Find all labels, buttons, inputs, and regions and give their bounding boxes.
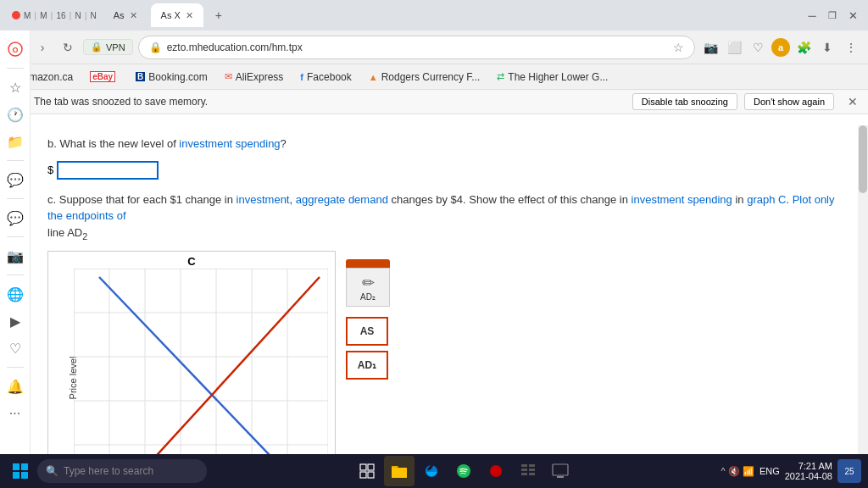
close-button[interactable]: ✕ <box>844 7 861 24</box>
taskbar-app-icons <box>210 456 718 486</box>
part-c-question: c. Suppose that for each $1 change in in… <box>47 191 841 243</box>
refresh-button[interactable]: ↻ <box>58 37 78 58</box>
svg-rect-30 <box>529 464 535 467</box>
drawing-tool-container: ✏ AD₂ <box>346 259 390 307</box>
browser-controls: ‹ › ↻ 🔒 VPN 🔒 ezto.mheducation.com/hm.tp… <box>0 30 868 64</box>
sidebar-bell-icon[interactable]: 🔔 <box>3 374 27 398</box>
bookmark-aliexpress[interactable]: ✉ AliExpress <box>218 69 291 85</box>
snooze-message: The tab was snoozed to save memory. <box>34 96 626 108</box>
scrollbar-thumb[interactable] <box>859 125 867 193</box>
sidebar-history-icon[interactable]: 🕐 <box>3 103 27 126</box>
date-display: 2021-04-08 <box>785 471 832 481</box>
dont-show-again-button[interactable]: Don't show again <box>744 93 834 110</box>
taskbar-circle-app[interactable] <box>481 456 511 486</box>
sidebar-more-icon[interactable]: ··· <box>3 402 27 425</box>
part-c-subscript: 2 <box>82 230 87 241</box>
svg-line-18 <box>142 277 320 454</box>
graph-svg[interactable] <box>74 269 328 454</box>
star-icon[interactable]: ☆ <box>673 41 684 54</box>
taskbar-file-explorer[interactable] <box>384 456 415 486</box>
download-icon[interactable]: ⬇ <box>817 37 837 58</box>
bookmark-rodgers[interactable]: ▲ Rodgers Currency F... <box>362 69 487 85</box>
graph-c[interactable]: C Price level <box>47 251 336 454</box>
sidebar-profile-icon[interactable]: O <box>3 37 27 61</box>
svg-rect-32 <box>529 469 535 471</box>
drawing-tool[interactable]: ✏ AD₂ <box>346 268 390 307</box>
address-bar[interactable]: 🔒 ezto.mheducation.com/hm.tpx ☆ <box>138 36 695 59</box>
part-c-highlight4: graph C <box>747 193 786 206</box>
tab-close-active-icon[interactable]: ✕ <box>186 10 193 21</box>
sidebar-whatsapp-icon[interactable]: 💬 <box>3 206 27 230</box>
bookmark-booking[interactable]: B Booking.com <box>129 69 214 85</box>
sidebar-discover-icon[interactable]: 🌐 <box>3 282 27 306</box>
tab-close-icon[interactable]: ✕ <box>130 10 137 21</box>
part-c-label-c: c. Suppose that for each $1 change in <box>47 193 236 206</box>
sidebar-play-icon[interactable]: ▶ <box>3 309 27 333</box>
menu-icon[interactable]: ⋮ <box>841 37 861 58</box>
sidebar-bookmark-icon[interactable]: ☆ <box>3 75 27 99</box>
investment-input[interactable] <box>57 161 159 180</box>
taskbar-grid-app[interactable] <box>513 456 543 486</box>
part-c-label4: in <box>732 193 747 206</box>
bookmark-rodgers-label: Rodgers Currency F... <box>381 71 481 83</box>
part-c-highlight2: aggregate demand <box>296 193 388 206</box>
svg-rect-34 <box>529 473 535 475</box>
screenshot-icon[interactable]: 📷 <box>700 37 721 58</box>
facebook-icon: f <box>300 72 303 82</box>
tab-bar: M | M | 16 | N | N As ✕ As X ✕ + ─ ❒ ✕ <box>0 0 868 30</box>
sidebar-heart-icon[interactable]: ♡ <box>3 336 27 360</box>
tab-active[interactable]: As X ✕ <box>151 3 203 27</box>
taskbar-search-bar[interactable]: 🔍 Type here to search <box>37 459 207 483</box>
scrollbar[interactable] <box>858 125 868 454</box>
bookmark-facebook[interactable]: f Facebook <box>293 69 358 85</box>
disable-snooze-button[interactable]: Disable tab snoozing <box>632 93 737 110</box>
drawing-tool-top <box>346 259 390 268</box>
lock-icon: 🔒 <box>149 42 162 53</box>
cast-icon[interactable]: ⬜ <box>724 37 744 58</box>
graph-container: C Price level <box>47 251 841 454</box>
svg-rect-31 <box>521 469 527 471</box>
vpn-indicator: 🔒 VPN <box>83 39 133 55</box>
system-tray: ^ 🔇 📶 ENG <box>721 466 780 477</box>
vpn-icon: 🔒 <box>91 42 103 53</box>
taskbar-monitor-app[interactable] <box>545 456 576 486</box>
part-c-highlight3: investment spending <box>632 193 732 206</box>
start-button[interactable] <box>7 458 34 485</box>
notification-button[interactable]: 25 <box>837 459 861 483</box>
minimize-button[interactable]: ─ <box>804 7 821 24</box>
main-content: b. What is the new level of investment s… <box>31 125 858 454</box>
bookmark-ebay[interactable]: eBay <box>83 69 125 84</box>
taskbar-spotify[interactable] <box>448 456 479 486</box>
sidebar-collections-icon[interactable]: 📁 <box>3 130 27 153</box>
snooze-close-icon[interactable]: ✕ <box>848 95 858 108</box>
taskbar-task-view[interactable] <box>352 456 382 486</box>
legend-ad1[interactable]: AD₁ <box>346 351 388 380</box>
part-c-label5: . <box>786 193 792 206</box>
sidebar-divider5 <box>7 274 24 275</box>
clock[interactable]: 7:21 AM 2021-04-08 <box>785 461 832 481</box>
sidebar-messenger-icon[interactable]: 💬 <box>3 168 27 191</box>
taskbar-edge[interactable] <box>416 456 447 486</box>
snooze-bar: The tab was snoozed to save memory. Disa… <box>0 90 868 114</box>
legend-area: ✏ AD₂ AS AD₁ <box>346 259 390 380</box>
url-text: ezto.mheducation.com/hm.tpx <box>167 42 668 53</box>
tab-inactive[interactable]: As ✕ <box>103 3 147 27</box>
sidebar-instagram-icon[interactable]: 📷 <box>3 244 27 268</box>
bookmark-icon[interactable]: ♡ <box>748 37 768 58</box>
svg-rect-20 <box>21 463 28 470</box>
drawing-tool-sublabel: AD₂ <box>360 292 376 302</box>
sidebar-divider2 <box>7 160 24 161</box>
rodgers-icon: ▲ <box>369 72 378 82</box>
profile-icon[interactable]: a <box>771 38 790 57</box>
bookmark-higher-lower[interactable]: ⇄ The Higher Lower G... <box>490 69 615 85</box>
forward-button[interactable]: › <box>32 37 53 58</box>
notification-count: 25 <box>844 467 854 476</box>
legend-as[interactable]: AS <box>346 317 388 346</box>
part-b-input-row: $ <box>47 161 841 180</box>
extensions-icon[interactable]: 🧩 <box>793 37 814 58</box>
aliexpress-icon: ✉ <box>225 71 232 82</box>
svg-rect-24 <box>368 464 374 470</box>
restore-button[interactable]: ❒ <box>824 7 841 24</box>
new-tab-button[interactable]: + <box>209 5 229 25</box>
search-placeholder-text: Type here to search <box>64 465 153 477</box>
